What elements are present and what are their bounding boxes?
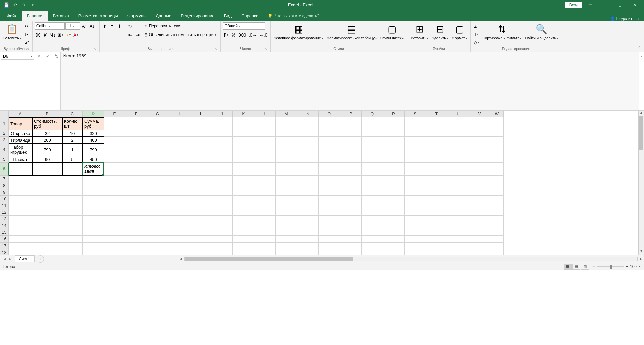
cell-G13[interactable] xyxy=(147,216,168,222)
cell-R2[interactable] xyxy=(383,130,405,137)
cell-I1[interactable] xyxy=(190,117,211,130)
cell-V6[interactable] xyxy=(469,163,490,176)
cell-T11[interactable] xyxy=(426,202,447,209)
cell-W7[interactable] xyxy=(490,176,504,182)
cell-Q11[interactable] xyxy=(362,202,383,209)
cell-Q14[interactable] xyxy=(362,222,383,229)
cell-J10[interactable] xyxy=(211,196,233,202)
accounting-icon[interactable]: ₽ xyxy=(223,31,229,39)
cell-W13[interactable] xyxy=(490,216,504,222)
cell-L9[interactable] xyxy=(254,189,276,196)
column-header-U[interactable]: U xyxy=(447,111,469,117)
tab-insert[interactable]: Вставка xyxy=(48,11,73,21)
cell-H3[interactable] xyxy=(168,137,190,143)
cell-T12[interactable] xyxy=(426,209,447,216)
cell-C11[interactable] xyxy=(62,202,83,209)
cell-M17[interactable] xyxy=(276,243,297,249)
row-header-1[interactable]: 1 xyxy=(0,117,9,130)
cell-L1[interactable] xyxy=(254,117,276,130)
cell-J17[interactable] xyxy=(211,243,233,249)
cell-U2[interactable] xyxy=(447,130,469,137)
cell-D1[interactable]: Сумма, руб xyxy=(83,117,104,130)
cell-B10[interactable] xyxy=(32,196,62,202)
cell-N10[interactable] xyxy=(297,196,319,202)
cell-O9[interactable] xyxy=(319,189,340,196)
cell-R5[interactable] xyxy=(383,156,405,163)
cell-L10[interactable] xyxy=(254,196,276,202)
cell-C8[interactable] xyxy=(62,182,83,189)
cell-L18[interactable] xyxy=(254,249,276,255)
cell-K8[interactable] xyxy=(233,182,254,189)
horizontal-scrollbar[interactable]: ◄ ► xyxy=(51,257,644,261)
cell-F13[interactable] xyxy=(125,216,147,222)
cell-P10[interactable] xyxy=(340,196,362,202)
cell-N8[interactable] xyxy=(297,182,319,189)
cell-H4[interactable] xyxy=(168,143,190,156)
cell-G11[interactable] xyxy=(147,202,168,209)
row-header-17[interactable]: 17 xyxy=(0,243,9,249)
cell-A18[interactable] xyxy=(9,249,32,255)
cell-O13[interactable] xyxy=(319,216,340,222)
cell-D18[interactable] xyxy=(83,249,104,255)
cell-P3[interactable] xyxy=(340,137,362,143)
cells-container[interactable]: ТоварСтоимость, рубКол-во, штСумма, рубО… xyxy=(9,117,504,255)
cell-E13[interactable] xyxy=(104,216,125,222)
cell-O11[interactable] xyxy=(319,202,340,209)
scroll-up-icon[interactable]: ▲ xyxy=(639,111,644,116)
cell-P8[interactable] xyxy=(340,182,362,189)
increase-font-icon[interactable]: A↑ xyxy=(81,22,88,30)
tab-page-layout[interactable]: Разметка страницы xyxy=(74,11,123,21)
column-header-R[interactable]: R xyxy=(383,111,405,117)
cell-Q7[interactable] xyxy=(362,176,383,182)
cell-M13[interactable] xyxy=(276,216,297,222)
cell-W14[interactable] xyxy=(490,222,504,229)
cell-N1[interactable] xyxy=(297,117,319,130)
cell-N13[interactable] xyxy=(297,216,319,222)
cell-B13[interactable] xyxy=(32,216,62,222)
cell-M1[interactable] xyxy=(276,117,297,130)
cell-D9[interactable] xyxy=(83,189,104,196)
vertical-scrollbar[interactable]: ▲ ▼ xyxy=(638,111,644,255)
cell-W17[interactable] xyxy=(490,243,504,249)
cell-K1[interactable] xyxy=(233,117,254,130)
cell-P15[interactable] xyxy=(340,229,362,236)
cell-K11[interactable] xyxy=(233,202,254,209)
cell-B11[interactable] xyxy=(32,202,62,209)
cell-I7[interactable] xyxy=(190,176,211,182)
cell-G3[interactable] xyxy=(147,137,168,143)
cell-O18[interactable] xyxy=(319,249,340,255)
align-right-icon[interactable]: ≡ xyxy=(116,31,123,39)
cell-C14[interactable] xyxy=(62,222,83,229)
cell-E16[interactable] xyxy=(104,236,125,243)
cell-G17[interactable] xyxy=(147,243,168,249)
cell-T18[interactable] xyxy=(426,249,447,255)
cell-O5[interactable] xyxy=(319,156,340,163)
wrap-text-button[interactable]: ↵ Переносить текст xyxy=(142,22,219,30)
cell-H10[interactable] xyxy=(168,196,190,202)
cell-L5[interactable] xyxy=(254,156,276,163)
cell-V9[interactable] xyxy=(469,189,490,196)
cell-N16[interactable] xyxy=(297,236,319,243)
cell-C3[interactable]: 2 xyxy=(62,137,83,143)
cell-A8[interactable] xyxy=(9,182,32,189)
select-all-corner[interactable] xyxy=(0,111,9,117)
cell-E15[interactable] xyxy=(104,229,125,236)
column-header-H[interactable]: H xyxy=(168,111,190,117)
cell-F17[interactable] xyxy=(125,243,147,249)
row-header-12[interactable]: 12 xyxy=(0,209,9,216)
cell-O7[interactable] xyxy=(319,176,340,182)
cell-J15[interactable] xyxy=(211,229,233,236)
cell-P6[interactable] xyxy=(340,163,362,176)
cell-D13[interactable] xyxy=(83,216,104,222)
cell-I3[interactable] xyxy=(190,137,211,143)
autosum-icon[interactable]: Σ xyxy=(473,22,480,30)
row-header-6[interactable]: 6 xyxy=(0,163,9,176)
conditional-formatting-button[interactable]: ▦ Условное форматирование xyxy=(273,22,324,41)
cell-Q8[interactable] xyxy=(362,182,383,189)
cell-V16[interactable] xyxy=(469,236,490,243)
cell-J8[interactable] xyxy=(211,182,233,189)
cell-J4[interactable] xyxy=(211,143,233,156)
cell-I10[interactable] xyxy=(190,196,211,202)
cell-I6[interactable] xyxy=(190,163,211,176)
cell-Q12[interactable] xyxy=(362,209,383,216)
